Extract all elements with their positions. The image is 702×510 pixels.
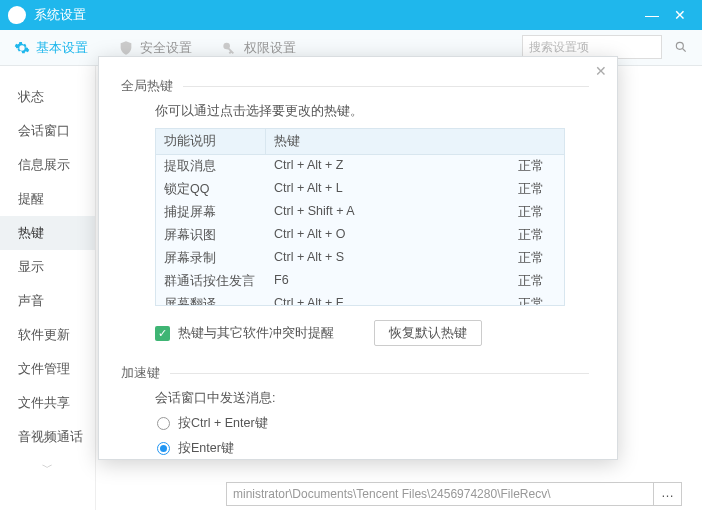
hotkey-modal: ✕ 全局热键 你可以通过点击选择要更改的热键。 功能说明 热键 提取消息Ctrl… (98, 56, 618, 460)
cell-function: 提取消息 (156, 158, 266, 175)
table-row[interactable]: 屏幕翻译Ctrl + Alt + F正常 (156, 293, 564, 305)
table-row[interactable]: 屏幕识图Ctrl + Alt + O正常 (156, 224, 564, 247)
divider (183, 86, 589, 87)
hotkey-hint: 你可以通过点击选择要更改的热键。 (155, 103, 589, 120)
section-label: 全局热键 (121, 77, 173, 95)
table-row[interactable]: 提取消息Ctrl + Alt + Z正常 (156, 155, 564, 178)
radio-label: 按Ctrl + Enter键 (178, 415, 268, 432)
radio-label: 按Enter键 (178, 440, 234, 457)
section-accelerator: 加速键 (121, 364, 589, 382)
radio-icon (157, 417, 170, 430)
radio-icon (157, 442, 170, 455)
table-row[interactable]: 群通话按住发言F6正常 (156, 270, 564, 293)
cell-hotkey: Ctrl + Shift + A (266, 204, 466, 221)
section-global-hotkeys: 全局热键 (121, 77, 589, 95)
radio-enter[interactable]: 按Enter键 (157, 440, 589, 457)
restore-defaults-button[interactable]: 恢复默认热键 (374, 320, 482, 346)
divider (170, 373, 589, 374)
table-body: 提取消息Ctrl + Alt + Z正常锁定QQCtrl + Alt + L正常… (156, 155, 564, 305)
section-label: 加速键 (121, 364, 160, 382)
cell-function: 锁定QQ (156, 181, 266, 198)
cell-hotkey: Ctrl + Alt + L (266, 181, 466, 198)
cell-status: 正常 (466, 250, 564, 267)
table-row[interactable]: 屏幕录制Ctrl + Alt + S正常 (156, 247, 564, 270)
conflict-checkbox[interactable]: ✓ (155, 326, 170, 341)
cell-status: 正常 (466, 158, 564, 175)
radio-ctrl-enter[interactable]: 按Ctrl + Enter键 (157, 415, 589, 432)
hotkey-table: 功能说明 热键 提取消息Ctrl + Alt + Z正常锁定QQCtrl + A… (155, 128, 565, 306)
cell-function: 捕捉屏幕 (156, 204, 266, 221)
cell-hotkey: Ctrl + Alt + S (266, 250, 466, 267)
table-header: 功能说明 热键 (156, 129, 564, 155)
cell-hotkey: Ctrl + Alt + Z (266, 158, 466, 175)
cell-hotkey: Ctrl + Alt + F (266, 296, 466, 305)
cell-function: 屏幕翻译 (156, 296, 266, 305)
cell-function: 屏幕识图 (156, 227, 266, 244)
cell-status: 正常 (466, 296, 564, 305)
cell-function: 群通话按住发言 (156, 273, 266, 290)
table-row[interactable]: 捕捉屏幕Ctrl + Shift + A正常 (156, 201, 564, 224)
cell-hotkey: F6 (266, 273, 466, 290)
send-message-label: 会话窗口中发送消息: (155, 390, 589, 407)
table-row[interactable]: 锁定QQCtrl + Alt + L正常 (156, 178, 564, 201)
cell-status: 正常 (466, 227, 564, 244)
cell-status: 正常 (466, 181, 564, 198)
cell-status: 正常 (466, 273, 564, 290)
modal-close-button[interactable]: ✕ (595, 63, 607, 79)
cell-status: 正常 (466, 204, 564, 221)
cell-hotkey: Ctrl + Alt + O (266, 227, 466, 244)
th-hotkey: 热键 (266, 129, 564, 154)
cell-function: 屏幕录制 (156, 250, 266, 267)
conflict-label: 热键与其它软件冲突时提醒 (178, 325, 334, 342)
th-function: 功能说明 (156, 129, 266, 154)
